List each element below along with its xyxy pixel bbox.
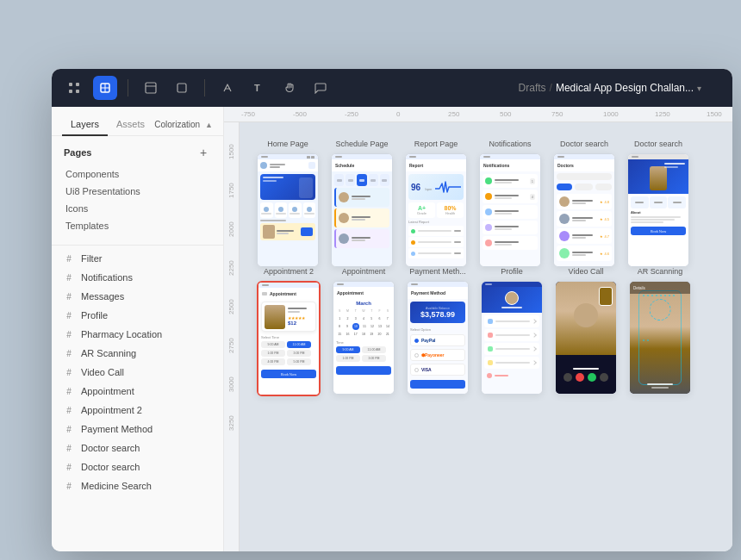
shape-tool-button[interactable] [170,76,194,100]
ruler-v-8: 3250 [227,394,235,432]
layer-doctor1[interactable]: # Doctor search [52,439,223,457]
book-appointment-button[interactable]: Book Now [631,227,686,235]
grid-tool-button[interactable] [62,76,86,100]
frame-appointment2[interactable]: Appointment 2 Appointment [257,267,321,396]
payment-header: Payment Method [408,287,468,299]
ruler-num-3: -250 [345,110,396,118]
appt-time-badge-1[interactable]: 9:00 AM [336,346,360,353]
pages-header: Pages + [52,136,223,165]
hash-icon-8: # [64,386,74,396]
notif-sub-5 [495,244,512,246]
hand-tool-button[interactable] [277,76,302,100]
doctor-item-2: ★ 4.5 [557,211,612,227]
tab-assets[interactable]: Assets [108,114,153,136]
payment-option-visa[interactable]: VISA [410,364,465,376]
frame-doctor-search-1[interactable]: Doctor search Doctors [553,140,615,267]
time-badge-1[interactable]: 9:00 AM [261,341,285,348]
layer-profile[interactable]: # Profile [52,306,223,325]
profile-menu-faq[interactable] [484,357,539,369]
payment-option-payoneer[interactable]: ⬢Payoneer [410,349,465,361]
ruler-v-2: 1750 [227,161,235,200]
frame-ar-scanning[interactable]: AR Scanning [629,267,691,395]
frame-video-call[interactable]: Video Call [555,267,617,395]
time-badge-2-selected[interactable]: 11:00 AM [287,341,311,348]
profile-menu-payment[interactable] [484,343,539,355]
doctor-item-1: ★ 4.8 [557,194,612,209]
page-item-ui8[interactable]: Ui8 Presentations [59,183,216,200]
layer-payment[interactable]: # Payment Method [52,420,223,439]
schedule-title-text: Schedule [335,163,354,168]
cal-date-5 [380,174,389,186]
add-page-button[interactable]: + [196,145,211,160]
video-speaker-button[interactable] [600,373,608,382]
day-5: 5 [368,315,375,322]
layer-filter[interactable]: # Filter [52,249,223,268]
layer-medicine[interactable]: # Medicine Search [52,476,223,495]
ruler-numbers: -750 -500 -250 0 250 500 750 1000 1250 1… [224,110,732,118]
frame-tool-button[interactable] [93,76,117,100]
sidebar-divider [52,245,223,246]
pen-tool-button[interactable] [215,76,240,100]
time-badge-6[interactable]: 5:00 PM [287,358,311,365]
payment-continue-button[interactable] [410,380,465,389]
appt-time-badge-3[interactable]: 1:00 PM [336,355,360,362]
layer-appointment2[interactable]: # Appointment 2 [52,401,223,420]
comment-tool-button[interactable] [308,76,333,100]
date-num-4 [370,179,376,182]
layout-tool-button[interactable] [139,76,163,100]
layer-video[interactable]: # Video Call [52,363,223,382]
frame-appointment[interactable]: Appointment Appointment March [333,267,395,395]
faq-label [495,362,530,364]
layer-doctor2[interactable]: # Doctor search [52,457,223,476]
ruler-num-8: 1000 [603,110,655,118]
tab-layers[interactable]: Layers [62,114,108,136]
layer-notifications[interactable]: # Notifications [52,268,223,287]
notif-circle-4 [485,224,492,231]
payment-amount: $3,578.99 [420,310,455,319]
profile-menu-account[interactable] [484,315,539,327]
frame-profile[interactable]: Profile [481,267,543,395]
video-mute-button[interactable] [564,373,572,382]
page-item-icons[interactable]: Icons [59,200,216,217]
separator: / [550,82,552,94]
sched-line-6 [352,240,365,241]
date-num-3 [359,179,364,182]
doctor-header: Doctors [554,159,614,171]
frame-home-page[interactable]: Home Page [257,140,319,267]
frame-report-page[interactable]: Report Page Report [405,140,467,267]
video-cam-button[interactable] [588,373,596,382]
payment-amount-block: Available Balance $3,578.99 [410,302,465,323]
frame-doctor-search-2[interactable]: Doctor search [627,140,689,267]
time-badge-3[interactable]: 1:00 PM [261,350,285,357]
stat-icon-2 [278,207,283,212]
appt-time-badge-2[interactable]: 11:00 AM [362,346,386,353]
frame-notifications[interactable]: Notifications Notifications [479,140,541,267]
frame-schedule-page[interactable]: Schedule Page Schedule [331,140,393,267]
profile-menu-privacy[interactable] [484,329,539,341]
canvas-area[interactable]: -750 -500 -250 0 250 500 750 1000 1250 1… [224,107,732,551]
time-badge-4[interactable]: 3:00 PM [287,350,311,357]
page-item-components[interactable]: Components [59,165,216,183]
layer-messages[interactable]: # Messages [52,287,223,306]
video-end-button[interactable] [576,373,584,382]
lr-item-2 [408,237,464,247]
layer-ar[interactable]: # AR Scanning [52,344,223,363]
page-item-templates[interactable]: Templates [59,217,216,234]
appt2-screen: Appointment ★★★★★ $12 [258,283,319,395]
layer-pharmacy[interactable]: # Pharmacy Location [52,325,223,344]
appt-time-badge-4[interactable]: 3:00 PM [362,355,386,362]
appt2-book-button[interactable]: Book Now [261,370,316,378]
profile-logout[interactable] [482,371,542,380]
frame-payment[interactable]: Payment Meth... Payment Method A [407,267,469,395]
layer-appointment[interactable]: # Appointment [52,382,223,401]
frame-profile-label: Profile [501,267,523,276]
title-chevron-icon[interactable]: ▾ [697,84,701,93]
text-tool-button[interactable]: T [246,76,271,100]
grade-letter: A+ [418,205,426,211]
appt-book-button[interactable] [336,366,391,375]
time-badge-5[interactable]: 4:00 PM [261,358,285,365]
profile-avatar [505,291,519,305]
stat-label-4 [304,213,314,215]
ar-dot-2 [647,295,649,296]
payment-option-paypal[interactable]: PayPal [410,334,465,346]
